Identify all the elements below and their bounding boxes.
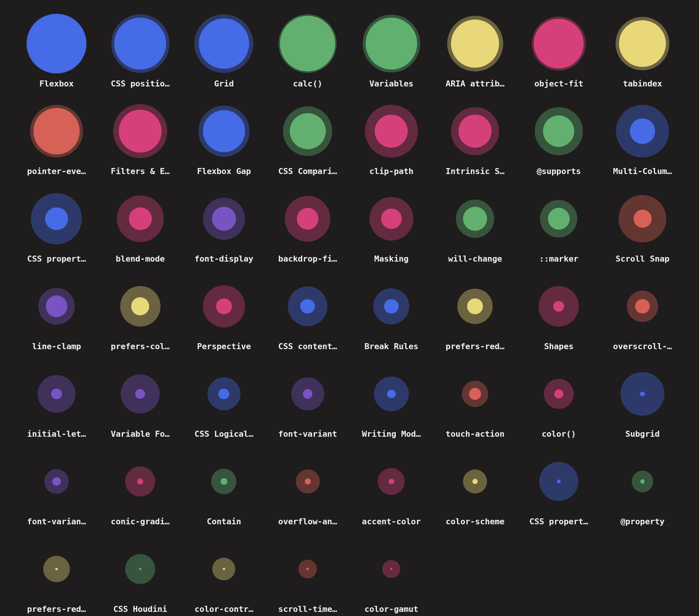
feature-label: Break Rules: [365, 342, 419, 351]
feature-cell[interactable]: overscroll-…: [604, 276, 681, 351]
usage-circle: [384, 299, 398, 313]
feature-cell[interactable]: CSS positio…: [102, 14, 179, 88]
feature-cell[interactable]: will-change: [437, 189, 514, 263]
usage-circle: [216, 298, 232, 314]
bubble-wrap: [26, 14, 86, 74]
feature-cell[interactable]: color(): [520, 364, 598, 439]
bubble-wrap: [613, 101, 673, 161]
feature-cell[interactable]: Subgrid: [604, 364, 681, 439]
feature-cell[interactable]: scroll-time…: [269, 539, 346, 614]
bubble-wrap: [529, 451, 589, 512]
bubble-wrap: [26, 539, 86, 599]
usage-circle: [306, 568, 309, 570]
feature-label: CSS Houdini: [113, 604, 167, 614]
feature-cell[interactable]: font-variant: [269, 364, 346, 439]
usage-circle: [114, 18, 166, 70]
bubble-wrap: [361, 14, 421, 74]
feature-cell[interactable]: font-varian…: [18, 451, 95, 526]
usage-circle: [46, 295, 68, 317]
feature-cell[interactable]: prefers-red…: [18, 539, 95, 614]
feature-label: object-fit: [534, 79, 583, 88]
feature-cell[interactable]: Contain: [186, 451, 263, 526]
feature-cell[interactable]: ARIA attrib…: [437, 14, 514, 88]
feature-label: scroll-time…: [278, 604, 337, 614]
feature-label: CSS propert…: [27, 254, 86, 263]
usage-circle: [27, 14, 86, 73]
bubble-wrap: [613, 14, 673, 74]
usage-circle: [212, 207, 236, 231]
usage-circle: [635, 299, 649, 313]
feature-cell[interactable]: CSS propert…: [18, 189, 95, 263]
feature-cell[interactable]: backdrop-fi…: [269, 189, 346, 263]
feature-cell[interactable]: object-fit: [520, 14, 598, 88]
feature-cell[interactable]: touch-action: [437, 364, 514, 439]
feature-cell[interactable]: conic-gradi…: [102, 451, 179, 526]
feature-label: Masking: [374, 254, 409, 263]
feature-label: conic-gradi…: [111, 517, 170, 526]
feature-cell[interactable]: CSS Compari…: [269, 101, 346, 176]
feature-cell[interactable]: CSS content…: [269, 276, 346, 351]
feature-cell[interactable]: Scroll Snap: [604, 189, 681, 263]
feature-cell[interactable]: ::marker: [520, 189, 598, 263]
feature-cell[interactable]: overflow-an…: [269, 451, 346, 526]
feature-cell[interactable]: blend-mode: [102, 189, 179, 263]
feature-cell[interactable]: color-scheme: [437, 451, 514, 526]
feature-cell[interactable]: tabindex: [604, 14, 681, 88]
usage-circle: [45, 207, 68, 230]
usage-circle: [52, 477, 61, 486]
feature-cell[interactable]: prefers-col…: [102, 276, 179, 351]
bubble-wrap: [278, 189, 338, 249]
feature-label: Variable Fo…: [111, 429, 170, 439]
feature-cell[interactable]: CSS propert…: [520, 451, 598, 526]
feature-cell[interactable]: Break Rules: [353, 276, 430, 351]
feature-cell[interactable]: pointer-eve…: [18, 101, 95, 176]
feature-cell[interactable]: color-contr…: [186, 539, 263, 614]
feature-cell[interactable]: Intrinsic S…: [437, 101, 514, 176]
feature-cell[interactable]: font-display: [186, 189, 263, 263]
bubble-wrap: [361, 276, 421, 336]
feature-label: overscroll-…: [613, 342, 672, 351]
feature-cell[interactable]: Variable Fo…: [102, 364, 179, 439]
feature-cell[interactable]: accent-color: [353, 451, 430, 526]
feature-cell[interactable]: Filters & E…: [102, 101, 179, 176]
bubble-wrap: [361, 364, 421, 424]
feature-cell[interactable]: Writing Mod…: [353, 364, 430, 439]
feature-cell[interactable]: Flexbox Gap: [186, 101, 263, 176]
feature-cell[interactable]: Variables: [353, 14, 430, 88]
feature-cell[interactable]: calc(): [269, 14, 346, 88]
feature-cell[interactable]: Flexbox: [18, 14, 95, 88]
feature-cell[interactable]: @property: [604, 451, 681, 526]
feature-cell[interactable]: initial-let…: [18, 364, 95, 439]
feature-label: font-varian…: [27, 517, 86, 526]
feature-cell[interactable]: CSS Logical…: [186, 364, 263, 439]
feature-cell[interactable]: color-gamut: [353, 539, 430, 614]
usage-circle: [300, 299, 315, 313]
feature-cell[interactable]: prefers-red…: [437, 276, 514, 351]
bubble-wrap: [194, 189, 254, 249]
bubble-wrap: [278, 101, 338, 161]
feature-cell[interactable]: Masking: [353, 189, 430, 263]
usage-circle: [469, 388, 481, 400]
feature-label: prefers-red…: [446, 342, 505, 351]
feature-cell[interactable]: Multi-Colum…: [604, 101, 681, 176]
feature-cell[interactable]: @supports: [520, 101, 598, 176]
feature-label: will-change: [448, 254, 502, 263]
usage-circle: [131, 297, 149, 315]
feature-cell[interactable]: Perspective: [186, 276, 263, 351]
feature-label: ::marker: [539, 254, 578, 263]
feature-cell[interactable]: CSS Houdini: [102, 539, 179, 614]
usage-circle: [548, 208, 570, 230]
feature-cell[interactable]: Grid: [186, 14, 263, 88]
usage-circle: [303, 389, 313, 399]
usage-circle: [640, 479, 645, 483]
feature-label: color-contr…: [195, 604, 254, 614]
bubble-wrap: [194, 539, 254, 599]
feature-cell[interactable]: line-clamp: [18, 276, 95, 351]
feature-cell[interactable]: Shapes: [520, 276, 598, 351]
usage-circle: [203, 110, 245, 152]
feature-bubble-grid: FlexboxCSS positio…Gridcalc()VariablesAR…: [0, 0, 699, 616]
feature-label: Filters & E…: [111, 166, 170, 176]
feature-cell[interactable]: clip-path: [353, 101, 430, 176]
feature-label: Intrinsic S…: [446, 166, 505, 176]
usage-circle: [534, 19, 584, 69]
